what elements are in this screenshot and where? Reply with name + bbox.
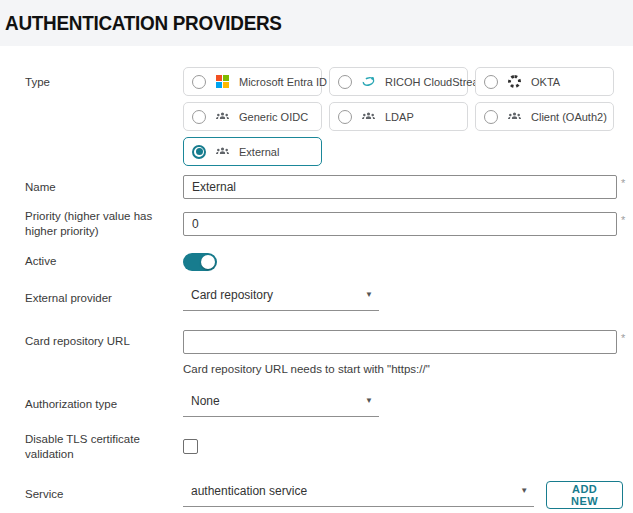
- ricoh-cloudstream-logo-icon: [361, 74, 376, 89]
- type-option-microsoft-entra-id[interactable]: Microsoft Entra ID: [183, 67, 322, 96]
- type-option-ricoh-cloudstream[interactable]: RICOH CloudStream: [329, 67, 468, 96]
- disable-tls-checkbox[interactable]: [183, 439, 198, 454]
- okta-logo-icon: [507, 74, 522, 89]
- group-icon: [215, 144, 230, 159]
- authorization-type-select[interactable]: None ▼: [183, 392, 379, 417]
- card-repository-url-helper: Card repository URL needs to start with …: [183, 363, 623, 375]
- radio-icon[interactable]: [484, 75, 498, 89]
- radio-icon-checked[interactable]: [192, 145, 206, 159]
- priority-input[interactable]: [183, 212, 617, 236]
- add-new-button[interactable]: ADD NEW: [546, 481, 623, 509]
- type-option-external[interactable]: External: [183, 137, 322, 166]
- disable-tls-row: Disable TLS certificate validation: [25, 432, 623, 462]
- group-icon: [507, 109, 522, 124]
- type-option-label: OKTA: [531, 76, 560, 88]
- radio-icon[interactable]: [338, 75, 352, 89]
- type-option-generic-oidc[interactable]: Generic OIDC: [183, 102, 322, 131]
- disable-tls-label: Disable TLS certificate validation: [25, 432, 183, 462]
- page-title: AUTHENTICATION PROVIDERS: [5, 11, 282, 35]
- type-option-label: External: [239, 146, 279, 158]
- authorization-type-value: None: [191, 394, 220, 408]
- group-icon: [361, 109, 376, 124]
- required-asterisk: *: [621, 175, 625, 189]
- authentication-provider-form: Type Microsoft Entra ID RICOH CloudStrea…: [0, 46, 633, 509]
- type-label: Type: [25, 67, 183, 90]
- authorization-type-row: Authorization type None ▼: [25, 392, 623, 417]
- required-asterisk: *: [621, 212, 625, 226]
- type-option-client-oauth2[interactable]: Client (OAuth2): [475, 102, 614, 131]
- type-option-okta[interactable]: OKTA: [475, 67, 614, 96]
- card-repository-url-input[interactable]: [183, 330, 617, 354]
- priority-row: Priority (higher value has higher priori…: [25, 209, 623, 239]
- type-options: Microsoft Entra ID RICOH CloudStream OKT…: [183, 67, 619, 166]
- type-option-label: Generic OIDC: [239, 111, 308, 123]
- service-select[interactable]: authentication service ▼: [183, 482, 534, 507]
- group-icon: [215, 109, 230, 124]
- card-repository-url-label: Card repository URL: [25, 334, 183, 349]
- type-option-label: Microsoft Entra ID: [239, 76, 327, 88]
- service-label: Service: [25, 487, 183, 502]
- priority-label: Priority (higher value has higher priori…: [25, 209, 183, 239]
- external-provider-select[interactable]: Card repository ▼: [183, 286, 379, 311]
- chevron-down-icon: ▼: [365, 394, 373, 405]
- radio-icon[interactable]: [192, 110, 206, 124]
- type-option-label: Client (OAuth2): [531, 111, 607, 123]
- type-option-ldap[interactable]: LDAP: [329, 102, 468, 131]
- type-option-label: LDAP: [385, 111, 414, 123]
- name-label: Name: [25, 180, 183, 195]
- required-asterisk: *: [621, 330, 625, 344]
- active-label: Active: [25, 254, 183, 269]
- card-repository-url-row: Card repository URL *: [25, 330, 623, 354]
- chevron-down-icon: ▼: [365, 288, 373, 299]
- page-header: AUTHENTICATION PROVIDERS: [0, 0, 633, 46]
- name-input[interactable]: [183, 175, 617, 199]
- type-option-label: RICOH CloudStream: [385, 76, 488, 88]
- service-value: authentication service: [191, 484, 307, 498]
- service-row: Service authentication service ▼ ADD NEW: [25, 481, 623, 509]
- radio-icon[interactable]: [192, 75, 206, 89]
- chevron-down-icon: ▼: [520, 484, 528, 495]
- authorization-type-label: Authorization type: [25, 397, 183, 412]
- name-row: Name *: [25, 175, 623, 199]
- external-provider-label: External provider: [25, 291, 183, 306]
- radio-icon[interactable]: [338, 110, 352, 124]
- external-provider-row: External provider Card repository ▼: [25, 286, 623, 311]
- active-toggle[interactable]: [183, 253, 217, 271]
- external-provider-value: Card repository: [191, 288, 273, 302]
- microsoft-logo-icon: [215, 74, 230, 89]
- active-row: Active: [25, 253, 623, 271]
- radio-icon[interactable]: [484, 110, 498, 124]
- type-row: Type Microsoft Entra ID RICOH CloudStrea…: [25, 67, 623, 166]
